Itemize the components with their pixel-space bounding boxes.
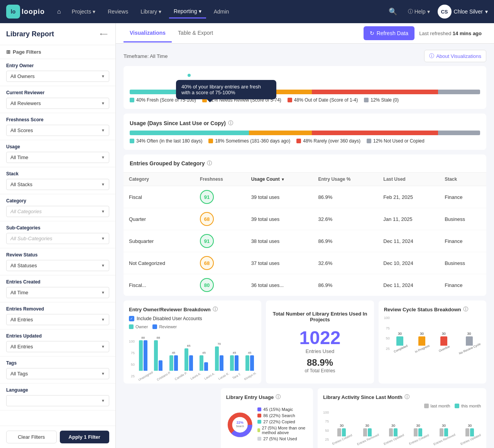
- about-visualizations-button[interactable]: ⓘ About Visualizations: [424, 50, 486, 62]
- app-logo: lo loopio: [6, 5, 45, 19]
- cell-usage: 37 total uses: [246, 252, 313, 274]
- activity-bar-group: 30Entries Created: [331, 424, 352, 441]
- refresh-icon: ↻: [370, 30, 374, 36]
- col-usage-count[interactable]: Usage Count ▼: [246, 173, 313, 186]
- stack-select[interactable]: All Stacks ▼: [6, 179, 109, 190]
- topnav: lo loopio ⌂ Projects ▾ Reviews Library ▾…: [0, 0, 494, 23]
- sidebar-collapse-button[interactable]: ⟵: [98, 29, 109, 39]
- cell-category: Subquarter: [124, 230, 195, 252]
- activity-legend: last month this month: [323, 404, 481, 408]
- home-nav-button[interactable]: ⌂: [54, 5, 64, 18]
- col-entry-usage[interactable]: Entry Usage %: [313, 173, 378, 186]
- freshness-score-select[interactable]: All Scores ▼: [6, 125, 109, 136]
- activity-bar-group: 30Entries Updated: [382, 424, 404, 441]
- filter-entries-updated: Entries Updated All Entries ▼: [0, 329, 115, 356]
- bar-group: 88: [137, 336, 149, 371]
- review-cycle-title: Review Cycle Status Breakdown ⓘ: [384, 306, 481, 313]
- table-row: Quarter 68 39 total uses 32.6% Jan 11, 2…: [124, 208, 486, 230]
- reviewer-bar: [235, 355, 239, 371]
- tab-table-export[interactable]: Table & Export: [172, 24, 219, 42]
- user-menu[interactable]: CS Chloe Silver ▾: [438, 5, 488, 19]
- logo-icon: lo: [6, 5, 20, 19]
- include-disabled-checkbox[interactable]: ✓: [129, 316, 134, 321]
- cell-freshness: 91: [195, 186, 246, 208]
- cell-usage: 36 total uses...: [246, 274, 313, 296]
- entries-created-select[interactable]: All Time ▼: [6, 287, 109, 298]
- entries-removed-select[interactable]: All Entries ▼: [6, 314, 109, 325]
- col-freshness[interactable]: Freshness: [195, 173, 246, 186]
- language-select[interactable]: ▼: [6, 395, 109, 406]
- col-last-used[interactable]: Last Used: [378, 173, 439, 186]
- sidebar-header: Library Report ⟵: [0, 23, 115, 45]
- filter-category: Category All Categories ▼: [0, 194, 115, 221]
- cell-category: Fiscal: [124, 186, 195, 208]
- category-select[interactable]: All Categories ▼: [6, 206, 109, 217]
- col-stack[interactable]: Stack: [439, 173, 486, 186]
- bar-x-label: Kirstyn H.: [244, 371, 257, 381]
- cell-stack: Finance: [439, 230, 486, 252]
- table-row: Fiscal 91 39 total uses 86.9% Feb 21, 20…: [124, 186, 486, 208]
- current-reviewer-select[interactable]: All Reviewers ▼: [6, 98, 109, 109]
- nav-projects[interactable]: Projects ▾: [67, 5, 100, 18]
- review-cycle-bar: [466, 336, 473, 346]
- activity-bar-group: 30Entries Removed: [432, 424, 455, 441]
- cell-freshness: 91: [195, 230, 246, 252]
- usage-bar: [130, 131, 480, 135]
- review-cycle-info-icon[interactable]: ⓘ: [463, 306, 468, 313]
- tab-visualizations[interactable]: Visualizations: [124, 24, 172, 42]
- clear-filters-button[interactable]: Clear Filters: [6, 431, 57, 443]
- bar-group: 88: [152, 336, 164, 371]
- usage-legend: 34% Often (in the last 180 days) 18% Som…: [130, 138, 480, 144]
- library-activity-info-icon[interactable]: ⓘ: [404, 394, 409, 400]
- help-menu[interactable]: ⓘ Help ▾: [403, 5, 435, 18]
- cell-last-used: Feb 21, 2025: [378, 186, 439, 208]
- apply-filter-button[interactable]: Apply 1 Filter: [60, 431, 110, 443]
- review-status-select[interactable]: All Statuses ▼: [6, 260, 109, 271]
- total-entries-pct-label: of Total Entries: [305, 368, 335, 373]
- svg-text:Search: Search: [236, 425, 244, 428]
- table-row: Fiscal... 80 36 total uses... 86.9% Dec …: [124, 274, 486, 296]
- library-usage-info-icon[interactable]: ⓘ: [276, 394, 281, 400]
- review-cycle-card: Review Cycle Status Breakdown ⓘ 10075502…: [379, 300, 486, 384]
- search-icon[interactable]: 🔍: [386, 4, 400, 19]
- nav-library[interactable]: Library ▾: [136, 5, 166, 18]
- cell-category: Not Categorized: [124, 252, 195, 274]
- entry-owner-select[interactable]: All Owners ▼: [6, 71, 109, 82]
- filter-entry-owner: Entry Owner All Owners ▼: [0, 59, 115, 86]
- total-entries-card: Total Number of Library Entries Used In …: [266, 300, 374, 384]
- bar-group: 45: [198, 351, 210, 371]
- review-cycle-bar: [396, 336, 403, 346]
- tags-select[interactable]: All Tags ▼: [6, 368, 109, 379]
- bar-group: 70: [213, 342, 225, 371]
- usage-select[interactable]: All Time ▼: [6, 152, 109, 163]
- chevron-down-icon: ▼: [101, 101, 105, 105]
- review-cycle-bar-group: 30Overdue: [435, 332, 452, 351]
- library-activity-card: Library Activity Since Last Month ⓘ last…: [318, 388, 486, 448]
- sort-arrow-icon: ▼: [281, 177, 285, 182]
- col-category[interactable]: Category: [124, 173, 195, 186]
- bar-group: 45: [167, 351, 180, 371]
- chevron-down-icon: ▼: [101, 399, 105, 403]
- review-cycle-bar-group: 30Completed: [392, 332, 408, 351]
- cell-freshness: 80: [195, 274, 246, 296]
- chevron-down-icon: ▼: [101, 344, 105, 349]
- usage-info-icon[interactable]: ⓘ: [228, 120, 233, 127]
- filter-freshness-score: Freshness Score All Scores ▼: [0, 113, 115, 140]
- last-month-bar: [440, 428, 443, 436]
- entries-table-info-icon[interactable]: ⓘ: [207, 160, 212, 167]
- owner-bar: [139, 340, 143, 371]
- nav-admin[interactable]: Admin: [209, 5, 234, 18]
- user-avatar: CS: [438, 5, 452, 19]
- subcategories-select[interactable]: All Sub-Categories ▼: [6, 233, 109, 244]
- nav-reporting[interactable]: Reporting ▾: [169, 5, 206, 19]
- owner-bar: [154, 340, 158, 371]
- nav-reviews[interactable]: Reviews: [103, 5, 133, 18]
- this-month-bar: [444, 428, 448, 436]
- this-month-bar: [394, 428, 398, 436]
- logo-text: loopio: [22, 8, 45, 16]
- refresh-data-button[interactable]: ↻ Refresh Data: [364, 26, 414, 40]
- entries-updated-select[interactable]: All Entries ▼: [6, 341, 109, 352]
- cell-stack: Finance: [439, 186, 486, 208]
- cell-category: Quarter: [124, 208, 195, 230]
- entry-breakdown-info-icon[interactable]: ⓘ: [213, 306, 218, 313]
